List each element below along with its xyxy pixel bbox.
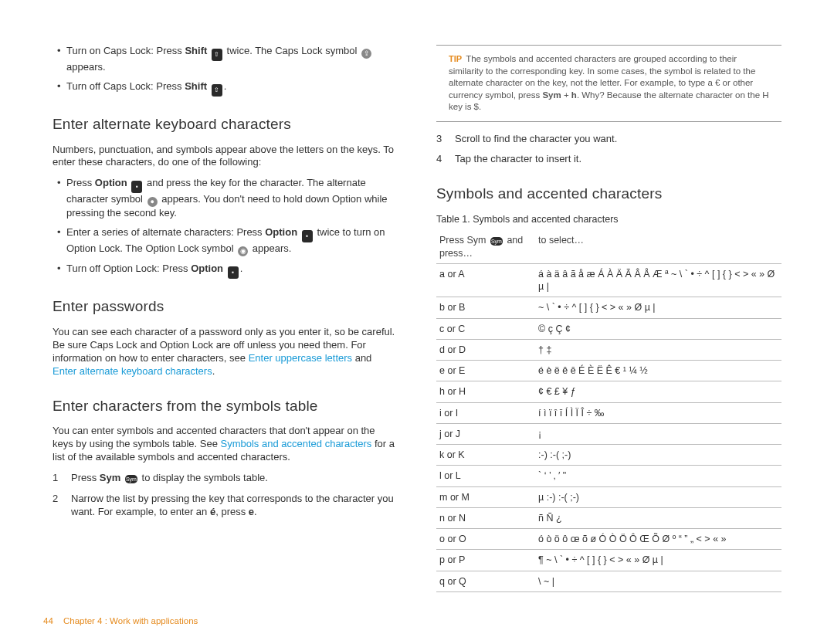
- bold-option: Option: [191, 263, 223, 274]
- text: twice. The Caps Lock symbol: [227, 45, 360, 56]
- sym-key-icon: Sym: [125, 475, 137, 483]
- step-text: Press Sym Sym to display the symbols tab…: [71, 472, 268, 485]
- table-caption: Table 1. Symbols and accented characters: [436, 213, 781, 225]
- table-cell-key: p or P: [436, 550, 535, 571]
- text: Turn off Caps Lock: Press: [66, 80, 185, 92]
- table-row: d or D† ‡: [436, 339, 781, 360]
- table-cell-value: í ì ï î ī Í Ì Ï Î ÷ ‰: [535, 402, 781, 423]
- bold-option: Option: [265, 226, 297, 238]
- step-number: 4: [436, 153, 444, 166]
- table-cell-value: ` ‘ ’ ‚ ′ ": [535, 466, 781, 486]
- step-3: 3 Scroll to find the character you want.: [436, 133, 781, 146]
- bold-sym: Sym: [100, 472, 120, 483]
- table-cell-value: ¶ ~ \ ` • ÷ ^ [ ] { } < > « » Ø µ |: [535, 550, 781, 571]
- table-row: h or H¢ € £ ¥ ƒ: [436, 381, 781, 402]
- table-row: q or Q\ ~ |: [436, 571, 781, 591]
- text: Enter a series of alternate characters: …: [66, 226, 265, 238]
- table-row: p or P¶ ~ \ ` • ÷ ^ [ ] { } < > « » Ø µ …: [436, 550, 781, 571]
- option-key-icon: ▪: [228, 266, 239, 279]
- table-header-keypress: Press Sym Sym and press…: [436, 230, 535, 263]
- table-cell-value: \ ~ |: [535, 571, 781, 591]
- table-cell-key: e or E: [436, 361, 535, 381]
- paragraph: You can enter symbols and accented chara…: [53, 425, 398, 464]
- period: .: [240, 263, 243, 274]
- text: and: [352, 352, 371, 364]
- table-row: i or Ií ì ï î ī Í Ì Ï Î ÷ ‰: [436, 402, 781, 423]
- two-column-layout: Turn on Caps Lock: Press Shift ⇧ twice. …: [53, 45, 781, 601]
- table-cell-key: d or D: [436, 339, 535, 360]
- step-number: 2: [53, 493, 60, 519]
- table-row: e or Eé è ë ê ē É È Ë Ê € ¹ ¼ ½: [436, 361, 781, 381]
- table-cell-key: c or C: [436, 318, 535, 339]
- table-cell-key: m or M: [436, 486, 535, 507]
- text: Press Sym: [439, 235, 489, 246]
- page-footer: 44 Chapter 4 : Work with applications: [43, 616, 198, 625]
- table-cell-value: † ‡: [535, 339, 781, 360]
- bold-h: h: [571, 90, 577, 100]
- caps-off-bullet: Turn off Caps Lock: Press Shift ⇧.: [53, 80, 398, 97]
- right-column: TIP The symbols and accented characters …: [436, 45, 781, 601]
- step-number: 3: [436, 133, 444, 146]
- table-cell-value: ñ Ñ ¿: [535, 507, 781, 528]
- shift-key-icon: ⇧: [212, 84, 222, 97]
- table-header-select: to select…: [535, 230, 781, 263]
- caps-on-bullet: Turn on Caps Lock: Press Shift ⇧ twice. …: [53, 45, 398, 74]
- alt-char-symbol-icon: ●: [147, 197, 158, 207]
- symbols-table: Press Sym Sym and press… to select… a or…: [436, 230, 781, 592]
- table-row: m or Mµ :-) :-( ;-): [436, 486, 781, 507]
- option-press-bullet: Press Option ▪ and press the key for the…: [53, 177, 398, 220]
- table-row: a or Aá à ä â ã å æ Á À Ä Ã Â Å Æ ª ~ \ …: [436, 263, 781, 297]
- table-row: n or Nñ Ñ ¿: [436, 507, 781, 528]
- link-enter-alt-chars[interactable]: Enter alternate keyboard characters: [53, 365, 212, 377]
- period: .: [254, 506, 257, 517]
- text: Press: [66, 177, 95, 188]
- table-cell-value: ~ \ ` • ÷ ^ [ ] { } < > « » Ø µ |: [535, 297, 781, 318]
- table-cell-key: h or H: [436, 381, 535, 402]
- tip-box: TIP The symbols and accented characters …: [436, 45, 781, 122]
- table-row: o or Oó ò ö ô œ õ ø Ó Ò Ö Ô Œ Õ Ø º “ ” …: [436, 529, 781, 550]
- step-4: 4 Tap the character to insert it.: [436, 153, 781, 166]
- tip-label: TIP: [449, 54, 462, 63]
- text: Turn off Option Lock: Press: [66, 263, 191, 274]
- caps-lock-symbol-icon: ⇪: [361, 49, 371, 59]
- table-cell-key: k or K: [436, 445, 535, 466]
- link-symbols-accented[interactable]: Symbols and accented characters: [221, 438, 372, 449]
- step-text: Tap the character to insert it.: [455, 153, 581, 166]
- option-lock-bullet: Enter a series of alternate characters: …: [53, 226, 398, 256]
- table-cell-value: ó ò ö ô œ õ ø Ó Ò Ö Ô Œ Õ Ø º “ ” „ < > …: [535, 529, 781, 550]
- step-1: 1 Press Sym Sym to display the symbols t…: [53, 472, 398, 485]
- left-column: Turn on Caps Lock: Press Shift ⇧ twice. …: [53, 45, 398, 601]
- option-key-icon: ▪: [302, 230, 313, 242]
- paragraph: Numbers, punctuation, and symbols appear…: [53, 144, 398, 170]
- text: to display the symbols table.: [142, 472, 268, 483]
- page-number: 44: [43, 616, 53, 625]
- table-cell-key: i or I: [436, 402, 535, 423]
- table-cell-value: ¢ € £ ¥ ƒ: [535, 381, 781, 402]
- table-cell-key: o or O: [436, 529, 535, 550]
- table-cell-key: q or Q: [436, 571, 535, 591]
- option-key-icon: ▪: [131, 181, 142, 193]
- period: .: [224, 80, 227, 92]
- link-enter-uppercase[interactable]: Enter uppercase letters: [249, 352, 352, 364]
- plus: +: [561, 90, 571, 100]
- chapter-label: Chapter 4 : Work with applications: [63, 616, 198, 625]
- paragraph: You can see each character of a password…: [53, 326, 398, 378]
- table-row: b or B~ \ ` • ÷ ^ [ ] { } < > « » Ø µ |: [436, 297, 781, 318]
- heading-passwords: Enter passwords: [53, 297, 398, 317]
- table-cell-key: j or J: [436, 423, 535, 444]
- step-number: 1: [53, 472, 60, 485]
- table-cell-key: b or B: [436, 297, 535, 318]
- text: Turn on Caps Lock: Press: [66, 45, 185, 56]
- step-2: 2 Narrow the list by pressing the key th…: [53, 493, 398, 519]
- heading-alt-chars: Enter alternate keyboard characters: [53, 115, 398, 134]
- bold-e: e: [249, 506, 254, 517]
- table-cell-value: © ç Ç ¢: [535, 318, 781, 339]
- table-cell-value: á à ä â ã å æ Á À Ä Ã Â Å Æ ª ~ \ ` • ÷ …: [535, 263, 781, 297]
- option-lock-symbol-icon: ◉: [238, 246, 248, 256]
- manual-page: Turn on Caps Lock: Press Shift ⇧ twice. …: [0, 0, 834, 644]
- option-lock-off-bullet: Turn off Option Lock: Press Option ▪.: [53, 263, 398, 279]
- heading-symbols-accented: Symbols and accented characters: [436, 185, 781, 204]
- table-row: j or J¡: [436, 423, 781, 444]
- shift-key-icon: ⇧: [212, 49, 222, 61]
- table-cell-value: é è ë ê ē É È Ë Ê € ¹ ¼ ½: [535, 361, 781, 381]
